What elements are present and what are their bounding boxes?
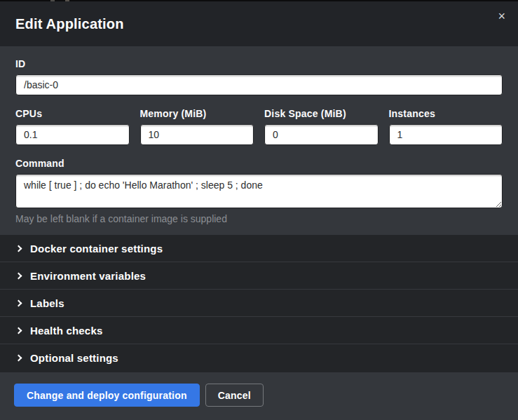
disk-label: Disk Space (MiB)	[264, 109, 379, 118]
cpus-field-group: CPUs	[15, 109, 130, 145]
edit-application-modal: Edit Application × ID CPUs Memory (MiB) …	[0, 0, 518, 420]
section-label: Optional settings	[30, 352, 118, 364]
disk-input[interactable]	[264, 124, 379, 145]
chevron-right-icon	[15, 355, 22, 362]
memory-input[interactable]	[140, 124, 254, 145]
section-environment-variables[interactable]: Environment variables	[0, 262, 518, 290]
cpus-label: CPUs	[15, 109, 130, 118]
command-help-text: May be left blank if a container image i…	[15, 213, 503, 224]
id-input[interactable]	[15, 74, 503, 95]
section-labels[interactable]: Labels	[0, 290, 518, 317]
id-label: ID	[15, 59, 503, 69]
close-icon[interactable]: ×	[495, 8, 508, 24]
modal-header: Edit Application ×	[0, 1, 518, 46]
command-textarea[interactable]: while [ true ] ; do echo 'Hello Marathon…	[15, 174, 503, 208]
instances-label: Instances	[389, 109, 503, 118]
section-optional-settings[interactable]: Optional settings	[0, 344, 518, 372]
modal-body: ID CPUs Memory (MiB) Disk Space (MiB) In…	[0, 46, 518, 235]
section-label: Health checks	[30, 325, 102, 337]
section-label: Environment variables	[30, 270, 146, 282]
chevron-right-icon	[15, 299, 22, 306]
disk-field-group: Disk Space (MiB)	[264, 109, 379, 145]
section-health-checks[interactable]: Health checks	[0, 317, 518, 344]
command-field-group: Command while [ true ] ; do echo 'Hello …	[15, 158, 503, 224]
memory-label: Memory (MiB)	[140, 109, 254, 118]
resources-row: CPUs Memory (MiB) Disk Space (MiB) Insta…	[15, 109, 503, 145]
section-label: Labels	[30, 297, 64, 309]
instances-input[interactable]	[389, 124, 503, 145]
cancel-button[interactable]: Cancel	[205, 384, 264, 407]
modal-title: Edit Application	[15, 16, 124, 32]
modal-footer: Change and deploy configuration Cancel	[0, 372, 518, 420]
accordion-sections: Docker container settings Environment va…	[0, 235, 518, 372]
cpus-input[interactable]	[15, 124, 130, 145]
section-docker-container-settings[interactable]: Docker container settings	[0, 235, 518, 262]
section-label: Docker container settings	[30, 243, 163, 255]
command-label: Command	[15, 158, 503, 168]
id-field-group: ID	[15, 59, 503, 95]
change-and-deploy-button[interactable]: Change and deploy configuration	[14, 384, 200, 407]
memory-field-group: Memory (MiB)	[140, 109, 254, 145]
chevron-right-icon	[15, 327, 22, 334]
chevron-right-icon	[15, 272, 22, 279]
chevron-right-icon	[15, 245, 22, 252]
instances-field-group: Instances	[389, 109, 503, 145]
